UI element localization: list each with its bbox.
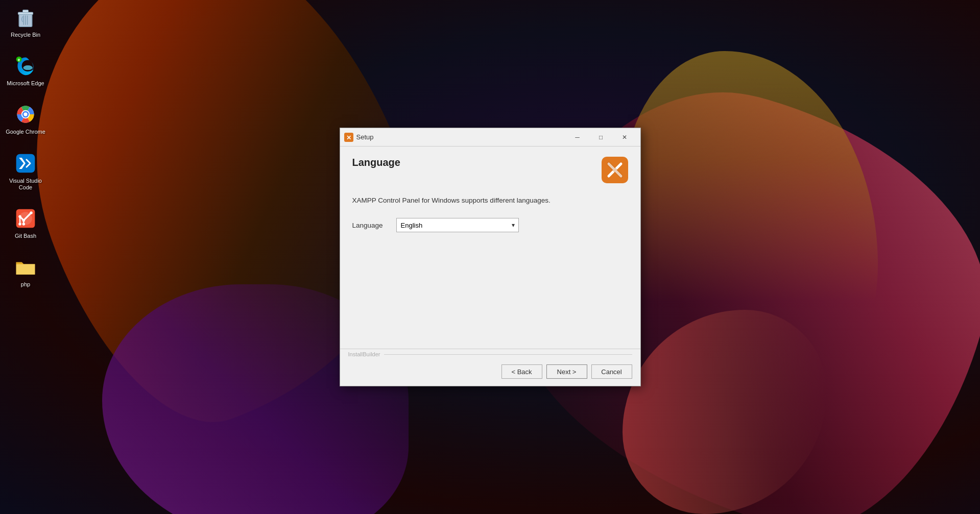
window-title: Language xyxy=(352,157,400,168)
title-bar-text: Setup xyxy=(356,133,563,141)
description-text: XAMPP Control Panel for Windows supports… xyxy=(352,195,628,206)
install-builder-label: InstallBuilder xyxy=(348,351,380,357)
window-header: Language xyxy=(352,157,628,183)
minimize-button[interactable]: ─ xyxy=(566,130,589,145)
xampp-logo-icon xyxy=(605,160,625,180)
install-builder-line xyxy=(384,354,632,355)
install-builder-bar: InstallBuilder xyxy=(340,349,640,359)
svg-text:✕: ✕ xyxy=(346,134,351,141)
xampp-logo xyxy=(602,157,628,183)
close-button[interactable]: ✕ xyxy=(613,130,636,145)
window-footer: InstallBuilder < Back Next > Cancel xyxy=(340,349,640,386)
title-bar-controls: ─ □ ✕ xyxy=(566,130,636,145)
language-label: Language xyxy=(352,222,388,229)
desktop: Recycle Bin xyxy=(0,0,980,514)
title-bar: ✕ Setup ─ □ ✕ xyxy=(340,128,640,146)
next-button[interactable]: Next > xyxy=(546,364,587,379)
language-select-wrapper: English Deutsch Español Français 简体中文 xyxy=(396,218,519,232)
setup-window-icon: ✕ xyxy=(344,133,353,142)
window-overlay: ✕ Setup ─ □ ✕ Language xyxy=(0,0,980,514)
language-select[interactable]: English Deutsch Español Français 简体中文 xyxy=(396,218,519,232)
setup-title-icon: ✕ xyxy=(344,133,353,142)
maximize-button[interactable]: □ xyxy=(589,130,613,145)
language-row: Language English Deutsch Español Françai… xyxy=(352,218,628,232)
back-button[interactable]: < Back xyxy=(501,364,542,379)
setup-window: ✕ Setup ─ □ ✕ Language xyxy=(340,128,641,386)
cancel-button[interactable]: Cancel xyxy=(591,364,632,379)
content-area: XAMPP Control Panel for Windows supports… xyxy=(352,195,628,338)
footer-buttons: < Back Next > Cancel xyxy=(340,359,640,386)
window-content: Language xyxy=(340,146,640,349)
